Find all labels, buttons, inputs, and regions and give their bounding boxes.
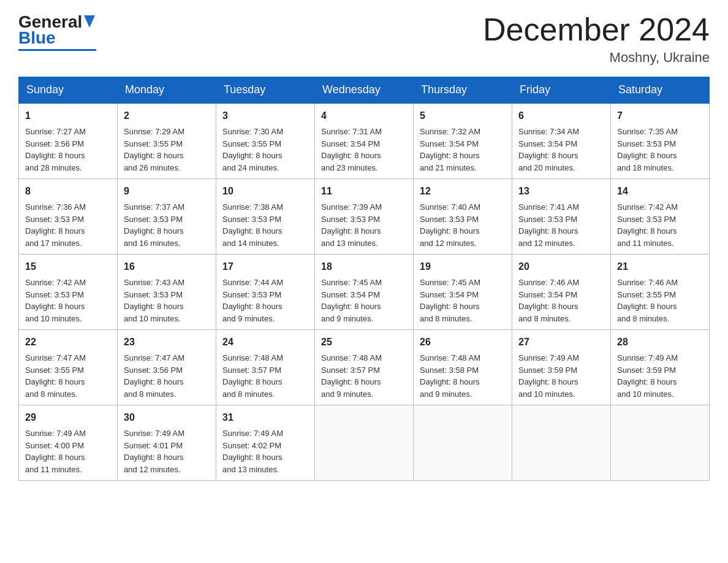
calendar-cell: 14 Sunrise: 7:42 AM Sunset: 3:53 PM Dayl…: [611, 179, 710, 255]
day-info: Sunrise: 7:44 AM Sunset: 3:53 PM Dayligh…: [222, 277, 308, 324]
day-info: Sunrise: 7:36 AM Sunset: 3:53 PM Dayligh…: [25, 201, 111, 249]
day-number: 6: [518, 109, 604, 123]
col-sunday: Sunday: [19, 77, 118, 104]
page-header: General Blue December 2024 Moshny, Ukrai…: [18, 12, 710, 66]
location-subtitle: Moshny, Ukraine: [483, 50, 710, 66]
day-info: Sunrise: 7:41 AM Sunset: 3:53 PM Dayligh…: [518, 201, 604, 249]
day-number: 14: [617, 184, 703, 199]
day-number: 31: [222, 410, 308, 425]
calendar-cell: 18 Sunrise: 7:45 AM Sunset: 3:54 PM Dayl…: [315, 255, 414, 330]
day-number: 13: [518, 184, 604, 199]
day-info: Sunrise: 7:37 AM Sunset: 3:53 PM Dayligh…: [124, 201, 210, 249]
day-number: 21: [617, 259, 703, 274]
col-thursday: Thursday: [414, 77, 512, 104]
day-number: 28: [617, 335, 703, 350]
week-row-1: 1 Sunrise: 7:27 AM Sunset: 3:56 PM Dayli…: [19, 103, 710, 179]
calendar-cell: 26 Sunrise: 7:48 AM Sunset: 3:58 PM Dayl…: [414, 330, 512, 405]
day-number: 9: [124, 184, 210, 199]
calendar-cell: 4 Sunrise: 7:31 AM Sunset: 3:54 PM Dayli…: [315, 103, 414, 179]
day-info: Sunrise: 7:49 AM Sunset: 4:02 PM Dayligh…: [222, 427, 308, 475]
day-number: 22: [25, 335, 111, 350]
day-number: 17: [222, 259, 308, 274]
day-number: 30: [124, 410, 210, 425]
col-saturday: Saturday: [611, 77, 710, 104]
title-area: December 2024 Moshny, Ukraine: [483, 12, 710, 66]
day-number: 4: [321, 109, 407, 123]
day-info: Sunrise: 7:42 AM Sunset: 3:53 PM Dayligh…: [617, 201, 703, 249]
day-number: 25: [321, 335, 407, 350]
calendar-cell: 12 Sunrise: 7:40 AM Sunset: 3:53 PM Dayl…: [414, 179, 512, 255]
day-info: Sunrise: 7:48 AM Sunset: 3:58 PM Dayligh…: [420, 352, 506, 400]
calendar-cell: [414, 405, 512, 481]
week-row-4: 22 Sunrise: 7:47 AM Sunset: 3:55 PM Dayl…: [19, 330, 710, 405]
calendar-cell: [512, 405, 611, 481]
day-info: Sunrise: 7:35 AM Sunset: 3:53 PM Dayligh…: [617, 126, 703, 174]
calendar-cell: 16 Sunrise: 7:43 AM Sunset: 3:53 PM Dayl…: [118, 255, 216, 330]
logo-blue-text: Blue: [18, 28, 56, 48]
calendar-header: Sunday Monday Tuesday Wednesday Thursday…: [19, 77, 710, 104]
calendar-cell: 13 Sunrise: 7:41 AM Sunset: 3:53 PM Dayl…: [512, 179, 611, 255]
day-info: Sunrise: 7:27 AM Sunset: 3:56 PM Dayligh…: [25, 126, 111, 174]
day-number: 19: [420, 259, 506, 274]
col-wednesday: Wednesday: [315, 77, 414, 104]
calendar-cell: 19 Sunrise: 7:45 AM Sunset: 3:54 PM Dayl…: [414, 255, 512, 330]
week-row-3: 15 Sunrise: 7:42 AM Sunset: 3:53 PM Dayl…: [19, 255, 710, 330]
calendar-table: Sunday Monday Tuesday Wednesday Thursday…: [18, 77, 710, 481]
calendar-cell: 6 Sunrise: 7:34 AM Sunset: 3:54 PM Dayli…: [512, 103, 611, 179]
calendar-cell: 2 Sunrise: 7:29 AM Sunset: 3:55 PM Dayli…: [118, 103, 216, 179]
calendar-cell: [315, 405, 414, 481]
day-info: Sunrise: 7:34 AM Sunset: 3:54 PM Dayligh…: [518, 126, 604, 174]
day-info: Sunrise: 7:32 AM Sunset: 3:54 PM Dayligh…: [420, 126, 506, 174]
day-number: 12: [420, 184, 506, 199]
day-number: 5: [420, 109, 506, 123]
day-number: 27: [518, 335, 604, 350]
day-info: Sunrise: 7:48 AM Sunset: 3:57 PM Dayligh…: [321, 352, 407, 400]
day-info: Sunrise: 7:31 AM Sunset: 3:54 PM Dayligh…: [321, 126, 407, 174]
week-row-2: 8 Sunrise: 7:36 AM Sunset: 3:53 PM Dayli…: [19, 179, 710, 255]
calendar-cell: 11 Sunrise: 7:39 AM Sunset: 3:53 PM Dayl…: [315, 179, 414, 255]
header-row: Sunday Monday Tuesday Wednesday Thursday…: [19, 77, 710, 104]
day-info: Sunrise: 7:47 AM Sunset: 3:55 PM Dayligh…: [25, 352, 111, 400]
day-number: 10: [222, 184, 308, 199]
day-info: Sunrise: 7:30 AM Sunset: 3:55 PM Dayligh…: [222, 126, 308, 174]
day-info: Sunrise: 7:46 AM Sunset: 3:54 PM Dayligh…: [518, 277, 604, 324]
col-monday: Monday: [118, 77, 216, 104]
day-info: Sunrise: 7:45 AM Sunset: 3:54 PM Dayligh…: [321, 277, 407, 324]
day-info: Sunrise: 7:45 AM Sunset: 3:54 PM Dayligh…: [420, 277, 506, 324]
day-info: Sunrise: 7:29 AM Sunset: 3:55 PM Dayligh…: [124, 126, 210, 174]
calendar-cell: 27 Sunrise: 7:49 AM Sunset: 3:59 PM Dayl…: [512, 330, 611, 405]
calendar-cell: 17 Sunrise: 7:44 AM Sunset: 3:53 PM Dayl…: [216, 255, 315, 330]
day-number: 7: [617, 109, 703, 123]
calendar-cell: 5 Sunrise: 7:32 AM Sunset: 3:54 PM Dayli…: [414, 103, 512, 179]
col-friday: Friday: [512, 77, 611, 104]
day-info: Sunrise: 7:43 AM Sunset: 3:53 PM Dayligh…: [124, 277, 210, 324]
day-number: 1: [25, 109, 111, 123]
day-info: Sunrise: 7:42 AM Sunset: 3:53 PM Dayligh…: [25, 277, 111, 324]
calendar-cell: 7 Sunrise: 7:35 AM Sunset: 3:53 PM Dayli…: [611, 103, 710, 179]
calendar-cell: [611, 405, 710, 481]
day-info: Sunrise: 7:38 AM Sunset: 3:53 PM Dayligh…: [222, 201, 308, 249]
day-number: 23: [124, 335, 210, 350]
day-info: Sunrise: 7:48 AM Sunset: 3:57 PM Dayligh…: [222, 352, 308, 400]
day-info: Sunrise: 7:49 AM Sunset: 3:59 PM Dayligh…: [518, 352, 604, 400]
calendar-cell: 29 Sunrise: 7:49 AM Sunset: 4:00 PM Dayl…: [19, 405, 118, 481]
calendar-cell: 30 Sunrise: 7:49 AM Sunset: 4:01 PM Dayl…: [118, 405, 216, 481]
calendar-cell: 21 Sunrise: 7:46 AM Sunset: 3:55 PM Dayl…: [611, 255, 710, 330]
day-info: Sunrise: 7:47 AM Sunset: 3:56 PM Dayligh…: [124, 352, 210, 400]
day-info: Sunrise: 7:49 AM Sunset: 4:00 PM Dayligh…: [25, 427, 111, 475]
svg-marker-0: [84, 15, 95, 28]
calendar-cell: 1 Sunrise: 7:27 AM Sunset: 3:56 PM Dayli…: [19, 103, 118, 179]
col-tuesday: Tuesday: [216, 77, 315, 104]
day-number: 20: [518, 259, 604, 274]
calendar-cell: 9 Sunrise: 7:37 AM Sunset: 3:53 PM Dayli…: [118, 179, 216, 255]
month-title: December 2024: [483, 12, 710, 47]
calendar-cell: 22 Sunrise: 7:47 AM Sunset: 3:55 PM Dayl…: [19, 330, 118, 405]
day-number: 18: [321, 259, 407, 274]
week-row-5: 29 Sunrise: 7:49 AM Sunset: 4:00 PM Dayl…: [19, 405, 710, 481]
logo-underline: [18, 49, 96, 51]
calendar-cell: 23 Sunrise: 7:47 AM Sunset: 3:56 PM Dayl…: [118, 330, 216, 405]
day-number: 3: [222, 109, 308, 123]
day-number: 26: [420, 335, 506, 350]
calendar-cell: 3 Sunrise: 7:30 AM Sunset: 3:55 PM Dayli…: [216, 103, 315, 179]
logo-triangle-icon: [84, 12, 95, 32]
